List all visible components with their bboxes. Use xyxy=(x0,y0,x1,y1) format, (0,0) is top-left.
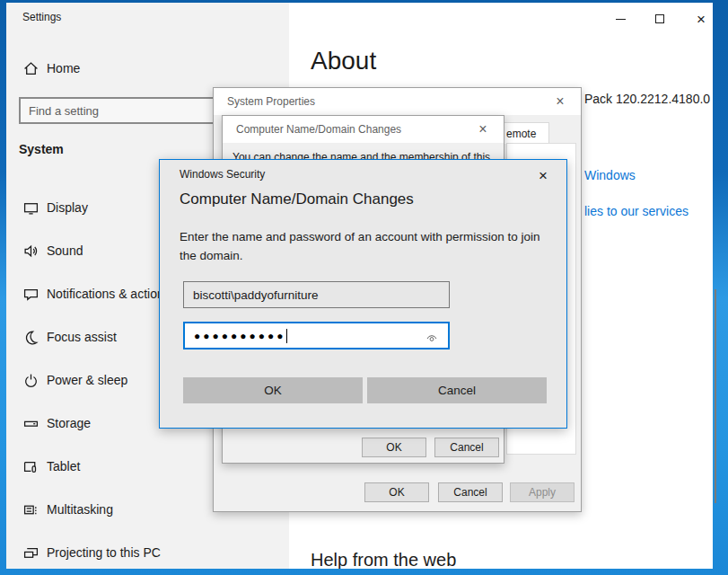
sidebar-section-system: System xyxy=(19,142,64,156)
password-masked-text: ●●●●●●●●●● xyxy=(194,330,285,342)
desktop: Settings × Home System Display xyxy=(0,0,728,575)
tablet-icon xyxy=(22,458,39,474)
credential-dialog-description: Enter the name and password of an accoun… xyxy=(180,228,549,266)
close-button[interactable]: × xyxy=(688,10,713,28)
text-caret xyxy=(286,329,287,343)
domain-changes-cancel-button[interactable]: Cancel xyxy=(434,438,499,457)
home-icon xyxy=(22,60,39,76)
sidebar-item-home[interactable]: Home xyxy=(6,56,289,81)
change-product-key-link[interactable]: Windows xyxy=(584,168,636,182)
sysprops-ok-button[interactable]: OK xyxy=(364,482,429,502)
notifications-icon xyxy=(22,286,39,302)
close-icon: × xyxy=(478,122,487,137)
security-cancel-button[interactable]: Cancel xyxy=(367,377,547,403)
close-icon: × xyxy=(539,168,548,183)
security-ok-button[interactable]: OK xyxy=(183,377,363,403)
domain-changes-title: Computer Name/Domain Changes xyxy=(236,123,401,136)
windows-security-title: Windows Security xyxy=(180,168,265,181)
window-title: Settings xyxy=(22,11,61,23)
reveal-password-icon[interactable] xyxy=(424,330,440,349)
domain-changes-close-button[interactable]: × xyxy=(473,120,493,138)
system-properties-title: System Properties xyxy=(227,95,315,108)
domain-changes-ok-button[interactable]: OK xyxy=(362,438,426,457)
windows-security-dialog: Windows Security × Computer Name/Domain … xyxy=(159,159,567,429)
minimize-icon xyxy=(616,19,626,20)
minimize-button[interactable] xyxy=(607,10,634,28)
close-icon: × xyxy=(697,12,706,27)
tab-remote[interactable]: emote xyxy=(500,122,549,144)
storage-icon xyxy=(22,415,39,431)
sysprops-apply-button: Apply xyxy=(510,482,575,502)
password-field[interactable]: ●●●●●●●●●● xyxy=(183,322,450,349)
system-properties-close-button[interactable]: × xyxy=(550,93,570,111)
sound-icon xyxy=(22,243,39,259)
power-sleep-icon xyxy=(22,372,39,388)
username-field[interactable] xyxy=(183,281,450,308)
os-build-fragment: Pack 120.2212.4180.0 xyxy=(584,92,710,106)
projecting-icon xyxy=(22,544,39,561)
services-agreement-link[interactable]: lies to our services xyxy=(584,204,689,218)
sidebar-item-projecting[interactable]: Projecting to this PC xyxy=(6,540,289,565)
maximize-icon xyxy=(655,14,664,23)
credential-dialog-heading: Computer Name/Domain Changes xyxy=(180,190,414,208)
close-icon: × xyxy=(556,94,564,109)
sysprops-cancel-button[interactable]: Cancel xyxy=(438,482,503,502)
page-title: About xyxy=(311,47,376,75)
scrollbar-thumb[interactable] xyxy=(715,289,716,503)
help-from-web-heading: Help from the web xyxy=(311,550,456,569)
multitasking-icon xyxy=(22,501,39,518)
focus-assist-icon xyxy=(22,329,39,345)
maximize-button[interactable] xyxy=(646,10,673,28)
display-icon xyxy=(22,199,39,216)
windows-security-close-button[interactable]: × xyxy=(532,165,554,185)
